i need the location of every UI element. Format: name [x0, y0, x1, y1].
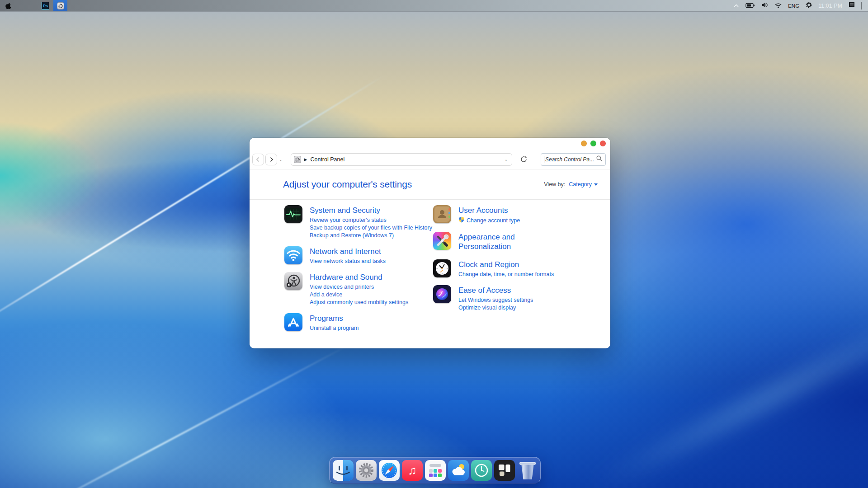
category-title[interactable]: User Accounts: [458, 206, 567, 215]
window-titlebar[interactable]: [250, 138, 610, 150]
volume-icon[interactable]: [761, 2, 769, 10]
siri-icon[interactable]: [433, 285, 451, 303]
system-preferences-icon[interactable]: [356, 460, 377, 481]
uac-shield-icon: [458, 216, 464, 225]
system-tray: ENG 11:01 PM: [733, 0, 868, 11]
category-title[interactable]: Clock and Region: [458, 260, 567, 269]
wallpaper-streak: [24, 343, 352, 488]
gear-icon: [57, 2, 64, 9]
category-link[interactable]: Optimize visual display: [458, 304, 567, 312]
language-indicator[interactable]: ENG: [788, 3, 799, 9]
menu-bar-left: Ps: [0, 0, 67, 11]
desktop: Ps ENG 11:01 PM: [0, 0, 868, 488]
category-title[interactable]: Programs: [310, 314, 433, 323]
recent-pages-chevron-icon[interactable]: ⌄: [279, 157, 283, 162]
music-note-glyph: ♫: [408, 465, 417, 476]
category-title[interactable]: System and Security: [310, 206, 433, 215]
back-button[interactable]: [252, 154, 264, 165]
category-title[interactable]: Appearance and Personalization: [458, 232, 567, 251]
music-icon[interactable]: ♫: [402, 460, 423, 481]
category-title[interactable]: Network and Internet: [310, 247, 433, 256]
dropdown-triangle-icon: [594, 183, 598, 186]
activity-monitor-icon[interactable]: [284, 205, 302, 223]
category-title[interactable]: Hardware and Sound: [310, 272, 433, 282]
category-programs: Programs Uninstall a program: [284, 313, 433, 332]
control-panel-icon: [294, 156, 301, 163]
category-system-and-security: System and Security Review your computer…: [284, 205, 433, 239]
category-ease-of-access: Ease of Access Let Windows suggest setti…: [433, 285, 610, 312]
accessibility-sound-icon[interactable]: [284, 272, 302, 290]
category-hardware-and-sound: Hardware and Sound View devices and prin…: [284, 272, 433, 306]
control-panel-window: ⌄ ▶ Control Panel ⌄ Search Control Pa...: [250, 138, 610, 348]
wifi-icon[interactable]: [284, 246, 302, 264]
contacts-icon[interactable]: [433, 205, 451, 223]
launchpad-icon[interactable]: [425, 460, 446, 481]
page-title: Adjust your computer's settings: [283, 179, 412, 190]
wifi-icon[interactable]: [774, 2, 782, 10]
category-link-label: Change account type: [467, 217, 520, 225]
trash-rim: [519, 462, 536, 465]
safari-icon[interactable]: [379, 460, 400, 481]
menu-bar: Ps ENG 11:01 PM: [0, 0, 868, 11]
category-appearance-personalization: Appearance and Personalization: [433, 232, 610, 253]
settings-gear-icon[interactable]: [805, 1, 812, 10]
trash-icon[interactable]: [517, 460, 538, 481]
breadcrumb-arrow-icon[interactable]: ▶: [304, 157, 307, 162]
category-network-and-internet: Network and Internet View network status…: [284, 246, 433, 265]
show-desktop-separator[interactable]: [861, 2, 862, 9]
text-caret: [544, 156, 544, 163]
trash-body: [520, 465, 535, 479]
category-link[interactable]: Change date, time, or number formats: [458, 271, 567, 278]
category-link[interactable]: Backup and Restore (Windows 7): [310, 232, 433, 239]
minimize-button[interactable]: [581, 141, 587, 146]
breadcrumb[interactable]: Control Panel: [310, 156, 344, 163]
time-machine-icon[interactable]: [471, 460, 492, 481]
category-link[interactable]: View devices and printers: [310, 283, 433, 291]
battery-icon[interactable]: [745, 2, 755, 10]
refresh-button[interactable]: [519, 154, 529, 165]
category-link[interactable]: View network status and tasks: [310, 258, 433, 265]
category-list: System and Security Review your computer…: [250, 200, 610, 339]
category-title[interactable]: Ease of Access: [458, 286, 567, 295]
category-column-right: User Accounts Change account type: [433, 205, 610, 339]
zoom-button[interactable]: [590, 141, 596, 146]
category-link-admin[interactable]: Change account type: [458, 216, 567, 225]
address-bar[interactable]: ▶ Control Panel ⌄: [291, 153, 512, 166]
close-button[interactable]: [600, 141, 606, 146]
photoshop-taskbar-icon[interactable]: Ps: [42, 2, 49, 9]
category-link[interactable]: Save backup copies of your files with Fi…: [310, 224, 433, 232]
category-link[interactable]: Adjust commonly used mobility settings: [310, 299, 433, 306]
view-by-label: View by:: [544, 181, 565, 188]
category-user-accounts: User Accounts Change account type: [433, 205, 610, 225]
customize-tools-icon[interactable]: [433, 232, 451, 250]
notification-center-icon[interactable]: [848, 1, 855, 10]
category-link[interactable]: Add a device: [310, 291, 433, 299]
app-store-icon[interactable]: [284, 313, 302, 331]
view-by-value: Category: [569, 181, 592, 188]
category-clock-and-region: Clock and Region Change date, time, or n…: [433, 259, 610, 278]
category-link[interactable]: Uninstall a program: [310, 324, 433, 332]
traffic-lights: [581, 141, 606, 146]
clock-icon[interactable]: [433, 259, 451, 277]
tiles-icon[interactable]: [494, 460, 515, 481]
clock-time[interactable]: 11:01 PM: [818, 3, 842, 9]
view-by-control: View by: Category: [544, 181, 598, 188]
chevron-up-icon[interactable]: [733, 2, 740, 10]
search-placeholder: Search Control Pa...: [545, 156, 596, 163]
forward-button[interactable]: [265, 154, 277, 165]
weather-icon[interactable]: [448, 460, 469, 481]
view-by-dropdown[interactable]: Category: [569, 181, 598, 188]
category-link[interactable]: Review your computer's status: [310, 216, 433, 224]
dock: ♫: [329, 457, 541, 484]
category-link[interactable]: Let Windows suggest settings: [458, 296, 567, 304]
address-dropdown-icon[interactable]: ⌄: [504, 157, 508, 162]
control-panel-taskbar-icon[interactable]: [53, 0, 67, 11]
search-icon[interactable]: [596, 155, 603, 164]
page-header: Adjust your computer's settings View by:…: [250, 169, 610, 200]
window-toolbar: ⌄ ▶ Control Panel ⌄ Search Control Pa...: [250, 150, 610, 169]
wallpaper-streak: [581, 293, 868, 488]
apple-logo-icon[interactable]: [0, 2, 15, 10]
category-column-left: System and Security Review your computer…: [284, 205, 433, 339]
search-input[interactable]: Search Control Pa...: [541, 153, 606, 166]
finder-icon[interactable]: [333, 460, 354, 481]
